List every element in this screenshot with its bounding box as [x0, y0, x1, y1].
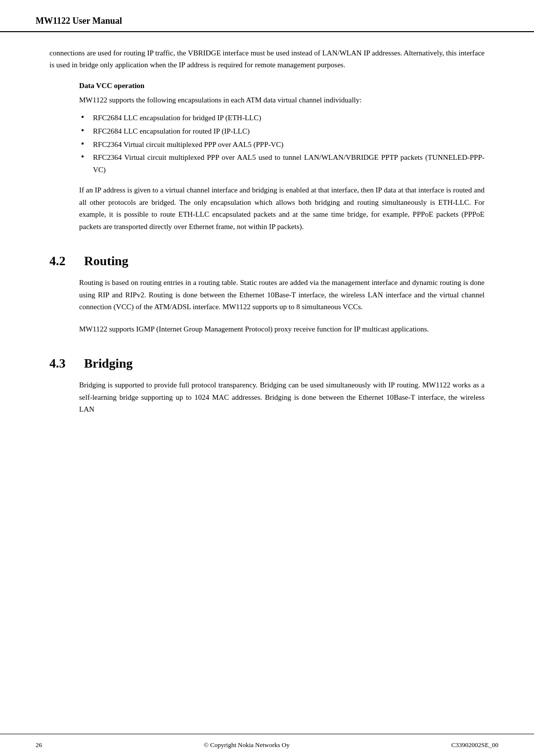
list-item: RFC2364 Virtual circuit multiplexed PPP …: [79, 151, 485, 176]
section-42-paragraph2: MW1122 supports IGMP (Internet Group Man…: [79, 323, 485, 335]
footer-code: C33902002SE_00: [451, 741, 498, 749]
section-43-paragraph1: Bridging is supported to provide full pr…: [79, 379, 485, 416]
section-42-title: Routing: [84, 254, 129, 269]
page-header: MW1122 User Manual: [0, 0, 534, 32]
data-vcc-body: If an IP address is given to a virtual c…: [79, 184, 485, 233]
list-item: RFC2364 Virtual circuit multiplexed PPP …: [79, 139, 485, 151]
page: MW1122 User Manual connections are used …: [0, 0, 534, 756]
list-item: RFC2684 LLC encapsulation for bridged IP…: [79, 112, 485, 124]
bullet-list: RFC2684 LLC encapsulation for bridged IP…: [79, 112, 485, 176]
page-content: connections are used for routing IP traf…: [0, 32, 534, 455]
page-footer: 26 © Copyright Nokia Networks Oy C339020…: [0, 734, 534, 756]
data-vcc-section: Data VCC operation MW1122 supports the f…: [49, 82, 485, 233]
document-title: MW1122 User Manual: [36, 16, 122, 26]
section-42-paragraph1: Routing is based on routing entries in a…: [79, 277, 485, 313]
data-vcc-intro: MW1122 supports the following encapsulat…: [79, 94, 485, 106]
section-43-title: Bridging: [84, 356, 133, 371]
footer-copyright: © Copyright Nokia Networks Oy: [204, 741, 290, 749]
section-43-heading: 4.3 Bridging: [49, 356, 485, 371]
list-item: RFC2684 LLC encapsulation for routed IP …: [79, 125, 485, 138]
data-vcc-title: Data VCC operation: [79, 82, 485, 90]
section-42-number: 4.2: [49, 254, 84, 269]
page-number: 26: [36, 741, 42, 749]
section-43-number: 4.3: [49, 356, 84, 371]
section-42-heading: 4.2 Routing: [49, 254, 485, 269]
intro-paragraph: connections are used for routing IP traf…: [49, 47, 485, 71]
